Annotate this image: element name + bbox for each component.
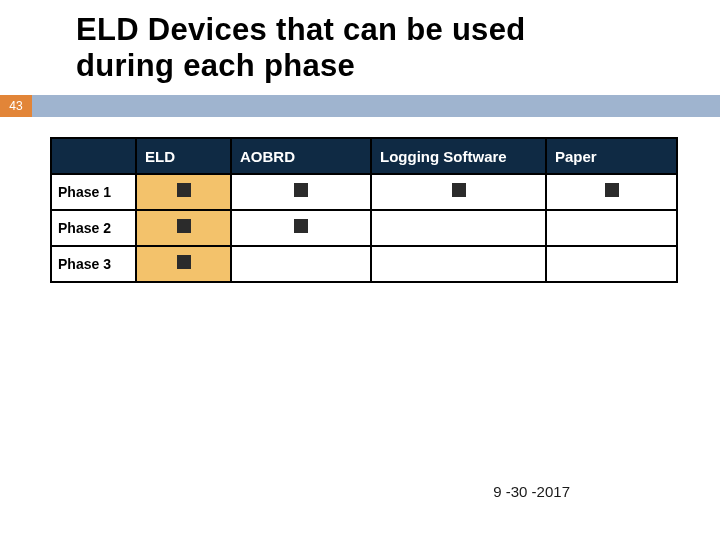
cell-phase3-aobrd	[231, 246, 371, 282]
cell-phase1-eld	[136, 174, 231, 210]
cell-phase2-aobrd	[231, 210, 371, 246]
square-marker-icon	[294, 183, 308, 197]
cell-phase3-paper	[546, 246, 677, 282]
square-marker-icon	[294, 219, 308, 233]
row-label-phase3: Phase 3	[51, 246, 136, 282]
cell-phase2-eld	[136, 210, 231, 246]
table-row: Phase 1	[51, 174, 677, 210]
square-marker-icon	[177, 219, 191, 233]
cell-phase2-paper	[546, 210, 677, 246]
row-label-phase2: Phase 2	[51, 210, 136, 246]
header-paper: Paper	[546, 138, 677, 174]
slide-title: ELD Devices that can be used during each…	[0, 0, 720, 95]
header-aobrd: AOBRD	[231, 138, 371, 174]
square-marker-icon	[452, 183, 466, 197]
cell-phase1-logging	[371, 174, 546, 210]
row-label-phase1: Phase 1	[51, 174, 136, 210]
title-line-1: ELD Devices that can be used	[76, 12, 525, 47]
header-eld: ELD	[136, 138, 231, 174]
cell-phase1-paper	[546, 174, 677, 210]
square-marker-icon	[605, 183, 619, 197]
accent-bar	[32, 95, 720, 117]
table-row: Phase 2	[51, 210, 677, 246]
cell-phase2-logging	[371, 210, 546, 246]
cell-phase3-logging	[371, 246, 546, 282]
header-blank	[51, 138, 136, 174]
footer-date: 9 -30 -2017	[493, 483, 570, 500]
header-logging: Logging Software	[371, 138, 546, 174]
slide-number-badge: 43	[0, 95, 32, 117]
title-line-2: during each phase	[76, 48, 355, 83]
cell-phase1-aobrd	[231, 174, 371, 210]
table-header-row: ELD AOBRD Logging Software Paper	[51, 138, 677, 174]
square-marker-icon	[177, 255, 191, 269]
slide-number-bar: 43	[0, 95, 720, 117]
cell-phase3-eld	[136, 246, 231, 282]
square-marker-icon	[177, 183, 191, 197]
phase-device-table: ELD AOBRD Logging Software Paper Phase 1…	[50, 137, 678, 283]
table-row: Phase 3	[51, 246, 677, 282]
